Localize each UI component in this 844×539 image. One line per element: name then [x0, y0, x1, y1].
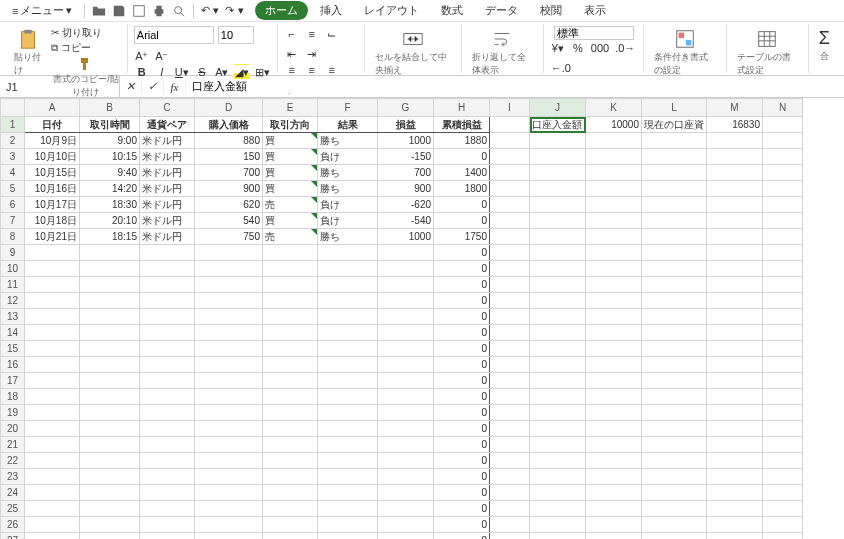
cell[interactable]	[707, 517, 763, 533]
cell[interactable]	[195, 485, 263, 501]
cell[interactable]	[707, 373, 763, 389]
cell[interactable]	[140, 277, 195, 293]
cell[interactable]	[642, 421, 707, 437]
cancel-formula-icon[interactable]: ✕	[120, 80, 142, 93]
cell[interactable]	[707, 501, 763, 517]
tab-home[interactable]: ホーム	[255, 1, 308, 20]
cell[interactable]: -620	[378, 197, 434, 213]
cell[interactable]	[642, 357, 707, 373]
name-box[interactable]: J1	[0, 76, 120, 97]
cell[interactable]	[25, 341, 80, 357]
cell[interactable]	[378, 389, 434, 405]
row-header[interactable]: 3	[1, 149, 25, 165]
cell[interactable]: 10000	[586, 117, 642, 133]
col-header[interactable]: J	[530, 99, 586, 117]
col-header[interactable]: M	[707, 99, 763, 117]
cell[interactable]	[80, 485, 140, 501]
cell[interactable]: 負け	[318, 213, 378, 229]
cell[interactable]	[80, 357, 140, 373]
cell[interactable]: 0	[434, 437, 490, 453]
cell[interactable]: 米ドル円	[140, 229, 195, 245]
cell[interactable]	[25, 501, 80, 517]
cell[interactable]	[80, 469, 140, 485]
cell[interactable]: -150	[378, 149, 434, 165]
cell[interactable]	[642, 261, 707, 277]
cell[interactable]	[80, 261, 140, 277]
cell[interactable]	[378, 421, 434, 437]
indent-inc-icon[interactable]: ⇥	[304, 46, 320, 62]
cell[interactable]	[642, 197, 707, 213]
cell[interactable]	[707, 197, 763, 213]
cell[interactable]	[490, 453, 530, 469]
cell[interactable]	[763, 389, 803, 405]
cell[interactable]: 0	[434, 453, 490, 469]
row-header[interactable]: 22	[1, 453, 25, 469]
cell[interactable]	[763, 501, 803, 517]
cell[interactable]	[490, 437, 530, 453]
cell[interactable]	[318, 341, 378, 357]
row-header[interactable]: 4	[1, 165, 25, 181]
cell[interactable]: 0	[434, 325, 490, 341]
cell[interactable]	[195, 389, 263, 405]
cell[interactable]	[707, 389, 763, 405]
cell[interactable]	[586, 373, 642, 389]
cell[interactable]	[707, 437, 763, 453]
cell[interactable]	[707, 229, 763, 245]
cell[interactable]	[642, 277, 707, 293]
cell[interactable]	[586, 277, 642, 293]
cell[interactable]	[140, 357, 195, 373]
undo-icon[interactable]: ↶ ▾	[200, 3, 220, 19]
col-header[interactable]: I	[490, 99, 530, 117]
cell[interactable]	[318, 421, 378, 437]
cell[interactable]	[318, 405, 378, 421]
align-bottom-icon[interactable]: ⌙	[324, 26, 340, 42]
cell[interactable]	[25, 533, 80, 540]
tab-formula[interactable]: 数式	[431, 1, 473, 20]
cell[interactable]	[318, 373, 378, 389]
cell[interactable]: 10月21日	[25, 229, 80, 245]
cell[interactable]	[586, 485, 642, 501]
cell[interactable]	[707, 309, 763, 325]
col-header[interactable]: L	[642, 99, 707, 117]
cell[interactable]: 10月15日	[25, 165, 80, 181]
cell[interactable]	[490, 181, 530, 197]
cell[interactable]	[642, 293, 707, 309]
cell[interactable]	[263, 373, 318, 389]
cell[interactable]	[263, 325, 318, 341]
cell[interactable]: 売	[263, 197, 318, 213]
row-header[interactable]: 14	[1, 325, 25, 341]
cell[interactable]	[80, 533, 140, 540]
cell[interactable]	[140, 437, 195, 453]
cell[interactable]	[490, 133, 530, 149]
cell[interactable]: 0	[434, 197, 490, 213]
dec-inc-icon[interactable]: .0→	[614, 40, 636, 56]
cell[interactable]: 0	[434, 501, 490, 517]
row-header[interactable]: 19	[1, 405, 25, 421]
row-header[interactable]: 25	[1, 501, 25, 517]
cell[interactable]: 18:30	[80, 197, 140, 213]
cell[interactable]	[378, 277, 434, 293]
cell[interactable]: 700	[195, 165, 263, 181]
cell[interactable]: 0	[434, 309, 490, 325]
cell[interactable]: 現在の口座資	[642, 117, 707, 133]
cell[interactable]	[263, 261, 318, 277]
cell[interactable]	[707, 213, 763, 229]
cell[interactable]	[763, 325, 803, 341]
cell[interactable]	[642, 325, 707, 341]
cell[interactable]: 取引時間	[80, 117, 140, 133]
cell[interactable]	[707, 277, 763, 293]
cell[interactable]	[586, 149, 642, 165]
cell[interactable]	[263, 485, 318, 501]
cell[interactable]	[318, 293, 378, 309]
align-middle-icon[interactable]: ≡	[304, 26, 320, 42]
row-header[interactable]: 2	[1, 133, 25, 149]
cell[interactable]	[586, 293, 642, 309]
cell[interactable]: 0	[434, 373, 490, 389]
cell[interactable]	[195, 277, 263, 293]
cell[interactable]	[642, 149, 707, 165]
row-header[interactable]: 9	[1, 245, 25, 261]
cell[interactable]	[707, 533, 763, 540]
cell[interactable]	[140, 325, 195, 341]
cell[interactable]	[140, 261, 195, 277]
cell[interactable]	[530, 245, 586, 261]
